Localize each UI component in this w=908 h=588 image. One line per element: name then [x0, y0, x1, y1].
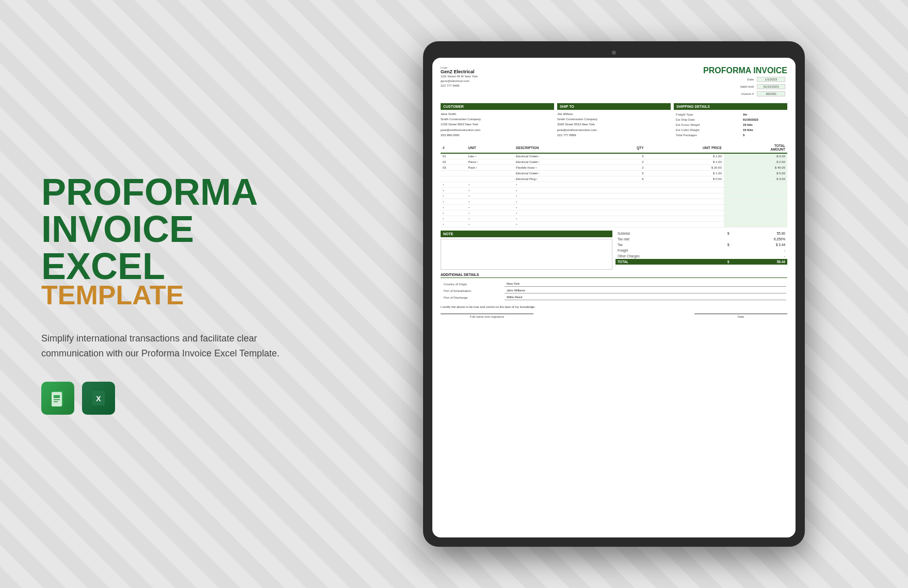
row-num: [441, 171, 466, 176]
est-gross-weight-label: Est Gross Weight: [675, 123, 741, 127]
row-unit: Pack: [466, 165, 514, 171]
company-name: GenZ Electrical: [441, 69, 478, 74]
port-discharge-label: Port of Discharge: [442, 295, 504, 300]
row-price: $ 1.00: [646, 171, 724, 176]
invoice-num-value: 992200: [757, 91, 785, 96]
svg-rect-5: [54, 399, 60, 400]
total-currency: $: [710, 259, 732, 265]
customer-section: CUSTOMER Jane Smith Smith Construction C…: [441, 103, 554, 138]
other-charges-label: Other Charges: [615, 253, 710, 259]
table-row: 01LiterElectrical Outlet5$ 1.00$ 5.00: [441, 153, 787, 159]
title-subtitle: TEMPLATE: [41, 280, 289, 311]
row-total: $ 40.00: [724, 165, 787, 171]
est-cubic-weight-label: Est Cubic Weight: [675, 128, 741, 132]
signature-line: Full name over signature: [441, 314, 533, 318]
valid-value: 01/15/2023: [757, 84, 785, 89]
freight-type-value: Air: [742, 112, 786, 117]
table-row-empty: [441, 188, 787, 193]
table-row-empty: [441, 222, 787, 227]
row-num: [441, 176, 466, 182]
col-unit: UNIT: [466, 142, 514, 153]
note-section: NOTE: [441, 231, 612, 270]
freight-label: Freight: [615, 248, 710, 253]
port-embark-label: Port of Embarkation: [442, 288, 504, 293]
tablet-screen: Logo GenZ Electrical 12th Street 49 W Ne…: [432, 58, 796, 537]
table-row-empty: [441, 216, 787, 222]
row-price: $ 1.00: [646, 153, 724, 159]
row-qty: 2: [608, 159, 645, 165]
invoice-meta: Date 1/1/2023 Valid Until 01/15/2023 Inv…: [703, 75, 787, 98]
total-packages-value: 5: [742, 133, 786, 137]
main-container: PROFORMA INVOICE EXCEL TEMPLATE Simplify…: [0, 0, 908, 588]
table-row: Electrical Plug6$ 0.50$ 3.00: [441, 176, 787, 182]
col-total: TOTALAMOUNT: [724, 142, 787, 153]
ship-to-header: SHIP TO: [557, 103, 671, 110]
freight-value: -: [732, 248, 787, 253]
est-ship-date-label: Est Ship Date: [675, 118, 741, 122]
col-num: #: [441, 142, 466, 153]
svg-rect-4: [54, 397, 60, 398]
right-panel: Logo GenZ Electrical 12th Street 49 W Ne…: [320, 41, 908, 547]
ship-to-content: Joe Willson Smith Construction Company 3…: [557, 111, 671, 138]
title-block: PROFORMA INVOICE EXCEL TEMPLATE: [41, 173, 289, 311]
row-price: $ 20.00: [646, 165, 724, 171]
meta-table: Date 1/1/2023 Valid Until 01/15/2023 Inv…: [738, 75, 787, 98]
totals-table: Subtotal $ 55.00 Tax rate 6.250% Tax: [615, 231, 787, 265]
row-price: $ 1.00: [646, 159, 724, 165]
shipping-section: SHIPPING DETAILS Freight Type Air Est Sh…: [674, 103, 787, 138]
ship-address: 3300 Street 5533 New York: [557, 122, 671, 127]
row-desc: Flexible Hose: [514, 165, 608, 171]
subtotal-label: Subtotal: [615, 231, 710, 236]
row-qty: 5: [608, 153, 645, 159]
table-row: 03PackFlexible Hose2$ 20.00$ 40.00: [441, 165, 787, 171]
subtotal-currency: $: [710, 231, 732, 236]
additional-header: ADDITIONAL DETAILS: [441, 273, 787, 278]
customer-phone: 333 999 0000: [441, 133, 554, 138]
est-gross-weight-value: 15 kilo: [742, 123, 786, 127]
company-phone: 222 777 9999: [441, 84, 478, 88]
row-desc: Electrical Outlet: [514, 159, 608, 165]
customer-address: 1155 Street 5002 New York: [441, 122, 554, 127]
table-row: Electrical Outlet5$ 1.00$ 5.00: [441, 171, 787, 176]
date-label: Date: [739, 76, 755, 83]
sheets-icon: [41, 382, 74, 415]
description: Simplify international transactions and …: [41, 331, 289, 361]
row-unit: Piece: [466, 159, 514, 165]
customer-company: Smith Construction Company: [441, 117, 554, 122]
row-qty: 2: [608, 165, 645, 171]
additional-table: Country of Origin New York Port of Embar…: [441, 280, 787, 301]
row-qty: 5: [608, 171, 645, 176]
ship-email: jane@smithconstruction.com: [557, 127, 671, 133]
signature-row: Full name over signature Date: [441, 314, 787, 318]
row-num: 02: [441, 159, 466, 165]
subtotal-value: 55.00: [732, 231, 787, 236]
row-total: $ 5.00: [724, 153, 787, 159]
note-header: NOTE: [441, 231, 612, 237]
total-label: TOTAL: [615, 259, 710, 265]
three-col-section: CUSTOMER Jane Smith Smith Construction C…: [441, 103, 787, 138]
tax-value: $ 3.44: [732, 242, 787, 248]
title-line1: PROFORMA: [41, 173, 289, 210]
port-embark-value: John Willams: [505, 288, 786, 293]
shipping-header: SHIPPING DETAILS: [674, 103, 787, 110]
left-panel: PROFORMA INVOICE EXCEL TEMPLATE Simplify…: [0, 142, 320, 446]
row-unit: [466, 171, 514, 176]
row-desc: Electrical Outlet: [514, 153, 608, 159]
title-line2: INVOICE: [41, 210, 289, 248]
row-unit: [466, 176, 514, 182]
ship-name: Joe Willson: [557, 111, 671, 117]
company-address: 12th Street 49 W New York: [441, 74, 478, 79]
date-line: Date: [694, 314, 787, 318]
svg-rect-7: [54, 395, 60, 397]
valid-label: Valid Until: [739, 84, 755, 90]
row-qty: 6: [608, 176, 645, 182]
row-num: 01: [441, 153, 466, 159]
table-row: 02PieceElectrical Outlet2$ 1.00$ 2.00: [441, 159, 787, 165]
total-value: 58.44: [732, 259, 787, 265]
row-price: $ 0.50: [646, 176, 724, 182]
total-packages-label: Total Packages: [675, 133, 741, 137]
table-row-empty: [441, 205, 787, 210]
date-value: 1/1/2023: [757, 77, 785, 82]
ship-company: Smith Construction Company: [557, 117, 671, 122]
customer-content: Jane Smith Smith Construction Company 11…: [441, 111, 554, 138]
